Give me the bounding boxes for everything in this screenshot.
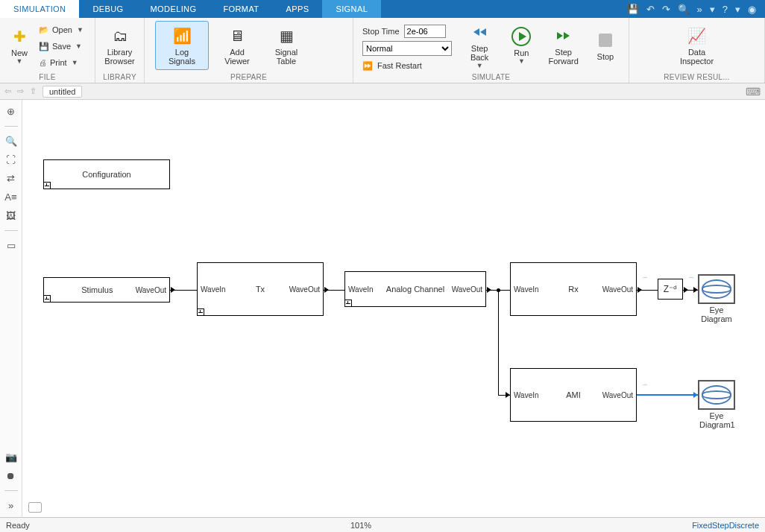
step-back-icon [469,22,490,42]
save-button[interactable]: 💾Save▼ [37,39,85,54]
block-eye-diagram1[interactable]: Eye Diagram1 [698,380,735,410]
port-arrow-icon [506,392,510,398]
run-icon [511,26,532,47]
explorer-bar: ⇦ ⇨ ⇧ untitled ⌨ [0,83,765,100]
log-signals-button[interactable]: 📶 Log Signals [155,21,209,70]
simulate-group-label: SIMULATE [353,73,629,83]
fast-restart-button[interactable]: ⏩Fast Restart [362,58,452,73]
nav-up-icon[interactable]: ⇧ [30,86,37,96]
block-analog-channel[interactable]: WaveIn Analog Channel WaveOut [344,271,486,307]
sim-mode-select[interactable]: Normal [362,41,452,56]
tab-debug[interactable]: DEBUG [79,0,136,18]
block-ami-label: AMI [566,390,581,399]
stop-button[interactable]: Stop [587,21,624,70]
block-stimulus[interactable]: Stimulus WaveOut [43,277,170,303]
data-inspector-label: Data Inspector [680,48,714,66]
block-rx-label: Rx [568,285,578,294]
file-group-label: FILE [0,73,95,83]
subsystem-badge-icon [43,295,51,303]
save-icon[interactable]: 💾 [627,4,639,15]
block-tx-label: Tx [256,285,265,294]
search-icon[interactable]: 🔍 [678,4,690,15]
palette-fit-icon[interactable]: ⛶ [6,154,16,165]
step-forward-label: Step Forward [548,48,578,66]
status-solver[interactable]: FixedStepDiscrete [692,521,759,530]
step-back-button[interactable]: Step Back ▼ [461,21,498,70]
library-browser-button[interactable]: 🗂 Library Browser [100,21,139,70]
palette-zoom-icon[interactable]: 🔍 [5,136,17,147]
tab-modeling[interactable]: MODELING [137,0,210,18]
library-group-label: LIBRARY [95,73,144,83]
ribbon-group-review: 📈 Data Inspector REVIEW RESUL... [629,18,765,83]
breadcrumb[interactable]: untitled [42,86,82,98]
add-viewer-button[interactable]: 🖥 Add Viewer [216,21,258,70]
port-arrow-icon [693,392,698,398]
undo-icon[interactable]: ↶ [646,4,655,15]
model-canvas[interactable]: Configuration Stimulus WaveOut WaveIn Tx… [22,100,765,517]
print-icon: 🖨 [39,58,47,67]
review-group-label: REVIEW RESUL... [629,73,764,83]
fullscreen-icon[interactable]: ◉ [748,4,756,15]
signal-table-button[interactable]: ▦ Signal Table [265,21,307,70]
help-icon[interactable]: ? [722,4,728,15]
canvas-palette: ⊕ 🔍 ⛶ ⇄ A≡ 🖼 ▭ 📷 ⏺ » [0,100,22,517]
add-viewer-icon: 🖥 [227,25,248,46]
log-signals-label: Log Signals [169,48,195,66]
nav-fwd-icon[interactable]: ⇨ [17,86,24,96]
block-analog-out: WaveOut [452,285,482,294]
status-bar: Ready 101% FixedStepDiscrete [0,517,765,532]
palette-annotate-icon[interactable]: A≡ [4,191,16,203]
open-icon: 📂 [39,25,49,35]
run-button[interactable]: Run ▼ [503,21,540,70]
dropdown-icon[interactable]: ▾ [710,4,715,15]
signal-log-icon: ⌒ [641,383,649,393]
tab-simulation[interactable]: SIMULATION [0,0,79,18]
block-ami-out: WaveOut [602,391,633,399]
block-tx-out: WaveOut [289,285,320,294]
data-inspector-button[interactable]: 📈 Data Inspector [671,21,723,70]
block-delay[interactable]: Z⁻ᵈ [658,279,683,300]
block-tx[interactable]: WaveIn Tx WaveOut [197,262,324,316]
block-eye1-label: Eye Diagram1 [699,411,734,429]
more-icon[interactable]: » [697,4,702,15]
hide-overlay-button[interactable] [28,502,42,513]
status-zoom[interactable]: 101% [30,521,692,530]
fast-restart-label: Fast Restart [377,61,422,70]
stop-label: Stop [597,52,614,61]
new-button[interactable]: ✚ New ▼ [4,21,34,70]
open-label: Open [52,25,72,34]
step-back-label: Step Back [470,44,488,62]
keyboard-icon[interactable]: ⌨ [746,86,761,98]
save-label: Save [52,42,71,51]
palette-target-icon[interactable]: ⊕ [7,106,15,117]
palette-area-icon[interactable]: ▭ [7,240,16,251]
signal-table-icon: ▦ [276,25,297,46]
tab-signal[interactable]: SIGNAL [322,0,381,18]
stoptime-input[interactable] [404,25,446,38]
tab-format[interactable]: FORMAT [210,0,272,18]
signal-wire-selected[interactable] [637,394,698,396]
block-configuration[interactable]: Configuration [43,159,170,189]
palette-camera-icon[interactable]: 📷 [5,452,17,463]
print-button[interactable]: 🖨Print▼ [37,55,85,70]
palette-image-icon[interactable]: 🖼 [6,210,16,221]
new-label: New [11,48,28,57]
step-forward-button[interactable]: Step Forward [545,21,582,70]
signal-wire [324,290,344,291]
palette-expand-icon[interactable]: » [8,500,13,511]
block-ami[interactable]: WaveIn AMI WaveOut [510,368,637,422]
palette-record-icon[interactable]: ⏺ [6,470,16,481]
tab-apps[interactable]: APPS [272,0,322,18]
palette-swap-icon[interactable]: ⇄ [7,173,15,184]
library-label: Library Browser [104,48,134,66]
status-left: Ready [6,521,30,530]
open-button[interactable]: 📂Open▼ [37,22,85,37]
dropdown2-icon[interactable]: ▾ [735,4,740,15]
log-signals-icon: 📶 [171,25,192,46]
nav-back-icon[interactable]: ⇦ [4,86,11,96]
redo-icon[interactable]: ↷ [662,4,670,15]
block-rx[interactable]: WaveIn Rx WaveOut [510,262,637,316]
print-label: Print [50,58,67,67]
block-eye-diagram[interactable]: Eye Diagram [698,274,735,304]
stop-icon [595,30,616,51]
